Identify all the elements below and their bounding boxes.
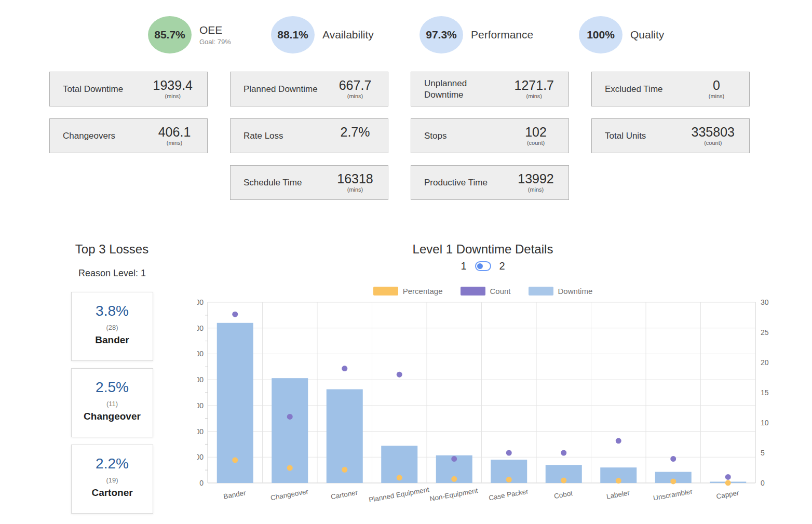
card-value: 1271.7 bbox=[515, 78, 554, 92]
right-axis-tick-label: 30 bbox=[761, 299, 769, 306]
count-dot-capper bbox=[725, 474, 731, 480]
kpi-availability: 88.1% Availability bbox=[271, 16, 374, 53]
kpi-quality-label: Quality bbox=[630, 29, 664, 41]
kpi-performance-value: 97.3% bbox=[426, 29, 457, 41]
category-label-bander: Bander bbox=[223, 489, 247, 500]
loss-percent: 2.2% bbox=[96, 455, 129, 472]
card-value: 406.1 bbox=[158, 125, 191, 139]
card-schedule-time: Schedule Time 16318(mins) bbox=[230, 165, 388, 200]
category-label-capper: Capper bbox=[715, 489, 740, 501]
percentage-dot-cobot bbox=[561, 478, 566, 483]
metric-cards-grid: Total Downtime 1939.4(mins) Planned Down… bbox=[49, 72, 750, 200]
left-axis-tick-label: 400 bbox=[197, 375, 204, 384]
loss-percent: 3.8% bbox=[96, 303, 129, 319]
card-unplanned-downtime: Unplanned Downtime 1271.7(mins) bbox=[411, 72, 569, 106]
loss-percent: 2.5% bbox=[96, 379, 129, 396]
card-unit: (count) bbox=[527, 140, 545, 146]
card-value: 335803 bbox=[692, 125, 735, 139]
count-dot-cartoner bbox=[342, 366, 347, 371]
chart-level-toggle[interactable] bbox=[475, 261, 491, 271]
left-axis-tick-label: 200 bbox=[197, 427, 204, 436]
left-axis-tick-label: 100 bbox=[197, 453, 204, 461]
category-label-changeover: Changeover bbox=[270, 488, 309, 502]
toggle-option-2[interactable]: 2 bbox=[499, 260, 505, 272]
card-unit: (count) bbox=[704, 140, 722, 146]
loss-name: Cartoner bbox=[91, 487, 132, 499]
loss-card-changeover: 2.5% (11) Changeover bbox=[71, 368, 153, 437]
card-productive-time: Productive Time 13992(mins) bbox=[411, 165, 569, 200]
kpi-oee-goal: Goal: 79% bbox=[199, 38, 231, 46]
card-label: Schedule Time bbox=[243, 177, 302, 188]
card-label: Total Units bbox=[605, 130, 646, 141]
percentage-dot-cartoner bbox=[342, 467, 347, 473]
card-stops: Stops 102(count) bbox=[411, 118, 569, 153]
legend-item-percentage[interactable]: Percentage bbox=[373, 287, 443, 295]
percentage-dot-case-packer bbox=[506, 477, 512, 482]
right-axis-tick-label: 15 bbox=[761, 388, 769, 397]
toggle-option-1[interactable]: 1 bbox=[461, 260, 466, 272]
percentage-dot-capper bbox=[725, 480, 731, 486]
kpi-quality: 100% Quality bbox=[579, 16, 664, 53]
legend-item-downtime[interactable]: Downtime bbox=[529, 287, 593, 295]
card-unit: (mins) bbox=[528, 186, 544, 193]
category-label-planned-equipment: Planned Equipment bbox=[368, 486, 430, 504]
count-dot-planned-equipment bbox=[397, 372, 402, 378]
kpi-quality-circle: 100% bbox=[579, 16, 622, 53]
card-value: 0 bbox=[713, 78, 720, 92]
percentage-swatch-icon bbox=[373, 287, 398, 295]
left-axis-tick-label: 300 bbox=[197, 401, 204, 410]
kpi-availability-value: 88.1% bbox=[277, 29, 308, 41]
card-unit: (mins) bbox=[167, 140, 183, 146]
card-value: 667.7 bbox=[339, 78, 372, 92]
loss-name: Changeover bbox=[84, 411, 141, 422]
card-total-units: Total Units 335803(count) bbox=[591, 118, 750, 153]
left-axis-tick-label: 0 bbox=[199, 479, 204, 487]
kpi-availability-label: Availability bbox=[322, 29, 374, 41]
loss-count: (28) bbox=[106, 324, 118, 331]
percentage-dot-labeler bbox=[616, 478, 621, 483]
card-label: Changeovers bbox=[63, 130, 115, 141]
category-label-cobot: Cobot bbox=[553, 489, 573, 500]
percentage-dot-non-equipment bbox=[451, 476, 457, 482]
card-changeovers: Changeovers 406.1(mins) bbox=[49, 118, 208, 153]
kpi-oee-label: OEE bbox=[199, 24, 231, 36]
downtime-chart-svg: 0100200300400500600700051015202530Bander… bbox=[197, 299, 774, 522]
right-axis-tick-label: 5 bbox=[761, 449, 765, 457]
top-losses-cards: 3.8% (28) Bander 2.5% (11) Changeover 2.… bbox=[71, 292, 153, 514]
count-dot-changeover bbox=[287, 414, 293, 420]
kpi-performance: 97.3% Performance bbox=[419, 16, 533, 53]
category-label-labeler: Labeler bbox=[606, 489, 630, 501]
card-unit: (mins) bbox=[709, 93, 725, 100]
loss-count: (11) bbox=[106, 400, 118, 408]
right-axis-tick-label: 25 bbox=[761, 328, 769, 337]
legend-label: Count bbox=[490, 287, 511, 295]
percentage-dot-bander bbox=[232, 457, 238, 463]
card-unit: (mins) bbox=[347, 93, 363, 100]
percentage-dot-unscrambler bbox=[670, 478, 676, 484]
count-dot-non-equipment bbox=[451, 456, 457, 462]
loss-card-cartoner: 2.2% (19) Cartoner bbox=[71, 445, 153, 514]
card-unit: (mins) bbox=[347, 186, 363, 193]
kpi-quality-value: 100% bbox=[587, 29, 615, 41]
downtime-chart-title: Level 1 Downtime Details bbox=[197, 242, 768, 257]
percentage-dot-planned-equipment bbox=[397, 475, 402, 480]
card-excluded-time: Excluded Time 0(mins) bbox=[591, 72, 750, 106]
legend-item-count[interactable]: Count bbox=[461, 287, 511, 295]
card-label: Rate Loss bbox=[243, 130, 283, 141]
loss-name: Bander bbox=[95, 334, 129, 346]
category-label-case-packer: Case Packer bbox=[488, 487, 529, 502]
count-dot-unscrambler bbox=[670, 456, 676, 462]
kpi-oee-value: 85.7% bbox=[154, 29, 185, 41]
card-label: Unplanned Downtime bbox=[424, 78, 502, 100]
right-axis-tick-label: 10 bbox=[761, 419, 769, 427]
top-losses-panel: Top 3 Losses Reason Level: 1 3.8% (28) B… bbox=[71, 242, 153, 514]
count-dot-bander bbox=[232, 312, 238, 317]
left-axis-tick-label: 600 bbox=[197, 324, 204, 332]
card-label: Total Downtime bbox=[63, 84, 123, 95]
card-label: Planned Downtime bbox=[243, 84, 318, 95]
left-axis-tick-label: 700 bbox=[197, 299, 204, 306]
card-value: 1939.4 bbox=[153, 78, 193, 92]
category-label-unscrambler: Unscrambler bbox=[653, 487, 693, 502]
card-value: 16318 bbox=[337, 172, 373, 185]
kpi-oee-circle: 85.7% bbox=[148, 16, 192, 53]
